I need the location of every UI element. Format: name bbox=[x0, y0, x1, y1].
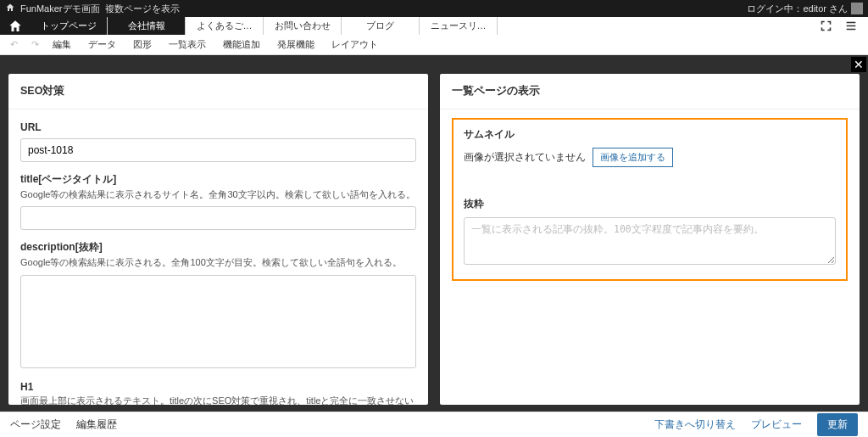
page-tab-1[interactable]: 会社情報 bbox=[108, 17, 186, 35]
switch-draft-link[interactable]: 下書きへ切り替え bbox=[654, 417, 736, 432]
thumbnail-label: サムネイル bbox=[464, 128, 836, 141]
menu-item-5[interactable]: 発展機能 bbox=[277, 38, 314, 51]
app-title: FunMakerデモ画面 bbox=[20, 3, 100, 15]
seo-panel: SEO対策 URL title[ページタイトル] Google等の検索結果に表示… bbox=[8, 74, 428, 405]
menu-item-6[interactable]: レイアウト bbox=[331, 38, 378, 51]
home-button[interactable] bbox=[0, 17, 30, 35]
redo-icon[interactable]: ↷ bbox=[31, 39, 39, 50]
page-tab-4[interactable]: ブログ bbox=[342, 17, 420, 35]
menu-item-0[interactable]: 編集 bbox=[53, 38, 71, 51]
edit-history-link[interactable]: 編集履歴 bbox=[76, 417, 117, 432]
login-status: ログイン中：editor さん bbox=[747, 3, 848, 15]
excerpt-input[interactable] bbox=[464, 217, 836, 265]
highlight-box: サムネイル 画像が選択されていません 画像を追加する 抜粋 bbox=[452, 118, 848, 281]
window-titlebar: FunMakerデモ画面 複数ページを表示 ログイン中：editor さん bbox=[0, 0, 868, 17]
page-title-bar: 複数ページを表示 bbox=[105, 3, 180, 15]
menu-item-4[interactable]: 機能追加 bbox=[223, 38, 260, 51]
seo-heading: SEO対策 bbox=[8, 74, 428, 109]
add-image-button[interactable]: 画像を追加する bbox=[593, 148, 673, 167]
menu-item-3[interactable]: 一覧表示 bbox=[169, 38, 206, 51]
excerpt-label: 抜粋 bbox=[464, 198, 836, 210]
menu-item-1[interactable]: データ bbox=[88, 38, 116, 51]
title-help: Google等の検索結果に表示されるサイト名。全角30文字以内。検索して欲しい語… bbox=[20, 188, 416, 201]
page-tab-0[interactable]: トップページ bbox=[30, 17, 108, 35]
title-label: title[ページタイトル] bbox=[20, 172, 416, 187]
tab-row: トップページ会社情報よくあるご…お問い合わせブログニュースリ… bbox=[0, 17, 868, 35]
menu-item-2[interactable]: 図形 bbox=[133, 38, 152, 51]
update-button[interactable]: 更新 bbox=[817, 413, 858, 436]
page-settings-link[interactable]: ページ設定 bbox=[10, 417, 61, 432]
description-help: Google等の検索結果に表示される。全角100文字が目安。検索して欲しい全語句… bbox=[20, 256, 416, 269]
list-page-heading: 一覧ページの表示 bbox=[440, 74, 860, 109]
url-label: URL bbox=[20, 121, 416, 133]
thumbnail-none-text: 画像が選択されていません bbox=[464, 151, 586, 164]
menubar: ↶ ↷ 編集データ図形一覧表示機能追加発展機能レイアウト bbox=[0, 35, 868, 55]
page-tab-5[interactable]: ニュースリ… bbox=[420, 17, 498, 35]
footer-bar: ページ設定 編集履歴 下書きへ切り替え プレビュー 更新 bbox=[0, 412, 868, 437]
menu-icon[interactable] bbox=[844, 20, 858, 33]
page-tab-3[interactable]: お問い合わせ bbox=[264, 17, 342, 35]
list-page-panel: 一覧ページの表示 サムネイル 画像が選択されていません 画像を追加する 抜粋 bbox=[440, 74, 860, 405]
h1-help: 画面最上部に表示されるテキスト。titleの次にSEO対策で重視され、title… bbox=[20, 395, 416, 405]
preview-link[interactable]: プレビュー bbox=[751, 417, 802, 432]
url-input[interactable] bbox=[20, 138, 416, 162]
description-input[interactable] bbox=[20, 275, 416, 368]
page-tab-2[interactable]: よくあるご… bbox=[186, 17, 264, 35]
description-label: description[抜粋] bbox=[20, 240, 416, 255]
close-button[interactable]: ✕ bbox=[851, 57, 866, 72]
user-avatar[interactable] bbox=[851, 3, 863, 14]
fullscreen-icon[interactable] bbox=[819, 20, 832, 33]
h1-label: H1 bbox=[20, 381, 416, 393]
home-icon bbox=[5, 3, 15, 14]
workspace: ✕ SEO対策 URL title[ページタイトル] Google等の検索結果に… bbox=[0, 55, 868, 412]
title-input[interactable] bbox=[20, 206, 416, 230]
undo-icon[interactable]: ↶ bbox=[10, 39, 18, 50]
